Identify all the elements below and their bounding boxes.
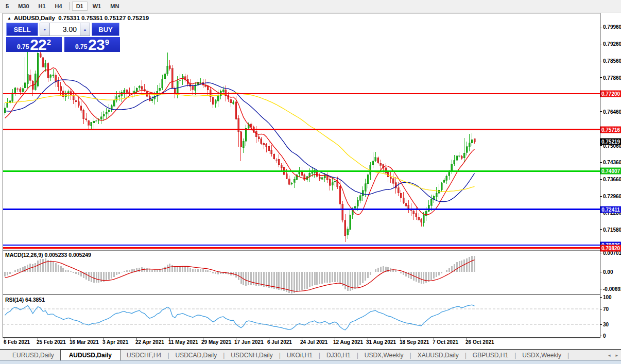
price-tick-label: 0.73660 xyxy=(603,177,621,182)
chart-window: ▲AUDUSD,Daily 0.75331 0.75351 0.75127 0.… xyxy=(0,13,621,349)
price-tick-label: 0.76460 xyxy=(603,109,621,115)
buy-button[interactable]: BUY xyxy=(92,23,119,36)
bid-price-display[interactable]: 0.75222 xyxy=(6,37,62,52)
date-tick-label: 31 Aug 2021 xyxy=(366,339,396,345)
price-tick-label: 0.71580 xyxy=(603,227,621,233)
price-level-badge: 0.70820 xyxy=(600,245,621,252)
date-tick-label: 3 Apr 2021 xyxy=(102,339,128,345)
timeframe-button-d1[interactable]: D1 xyxy=(72,2,88,11)
date-tick-label: 24 Jul 2021 xyxy=(300,339,327,345)
date-tick-label: 7 Oct 2021 xyxy=(433,339,458,345)
date-tick-label: 16 Mar 2021 xyxy=(70,339,99,345)
sell-button[interactable]: SELL xyxy=(6,23,38,36)
rsi-tick-label: 0 xyxy=(603,333,606,339)
ask-price-prefix: 0.75 xyxy=(75,43,87,51)
chart-tab-dj30-h1[interactable]: DJ30,H1 xyxy=(320,350,357,360)
volume-increase-button[interactable]: ▲ xyxy=(80,23,90,36)
price-tick-label: 0.74360 xyxy=(603,160,621,165)
price-level-badge: 0.75219 xyxy=(600,138,621,145)
timeframe-button-m30[interactable]: M30 xyxy=(14,2,33,11)
timeframe-toolbar: 5M30H1H4D1W1MN xyxy=(0,0,621,12)
chart-tab-audusd-daily[interactable]: AUDUSD,Daily xyxy=(60,350,120,360)
chart-ohlc-values: 0.75331 0.75351 0.75127 0.75219 xyxy=(58,15,149,21)
chart-tab-usdx-weekly[interactable]: USDX,Weekly xyxy=(358,350,410,360)
date-tick-label: 11 May 2021 xyxy=(168,339,198,345)
timeframe-button-w1[interactable]: W1 xyxy=(89,2,106,11)
price-tick-label: 0.72960 xyxy=(603,194,621,199)
date-tick-label: 29 May 2021 xyxy=(201,339,231,345)
chart-tab-bar: EURUSD,DailyAUDUSD,DailyUSDCHF,H4|USDCAD… xyxy=(0,349,621,360)
bid-price-pipette: 2 xyxy=(47,38,51,46)
date-tick-label: 25 Feb 2021 xyxy=(37,339,66,345)
rsi-tick-label: 30 xyxy=(603,322,609,327)
macd-tick-label: -0.00692 xyxy=(603,286,621,292)
ask-price-big: 23 xyxy=(88,38,104,51)
macd-indicator-label: MACD(12,26,9) 0.005233 0.005249 xyxy=(5,252,91,258)
date-tick-label: 18 Sep 2021 xyxy=(400,339,429,345)
rsi-indicator-label: RSI(14) 64.3851 xyxy=(5,297,45,303)
chart-tab-gbpusd-h1[interactable]: GBPUSD,H1 xyxy=(467,350,514,360)
bid-price-big: 22 xyxy=(30,38,46,51)
timeframe-button-h4[interactable]: H4 xyxy=(51,2,66,11)
one-click-trading-panel: SELL ▼ 3.00 ▲ BUY 0.75222 0.75239 xyxy=(6,23,120,52)
date-tick-label: 6 Feb 2021 xyxy=(4,339,30,345)
date-tick-label: 12 Aug 2021 xyxy=(333,339,363,345)
chart-tab-usdchf-h4[interactable]: USDCHF,H4 xyxy=(120,350,167,360)
date-tick-label: 26 Oct 2021 xyxy=(465,339,494,345)
timeframe-button-h1[interactable]: H1 xyxy=(34,2,50,11)
chart-title: ▲AUDUSD,Daily 0.75331 0.75351 0.75127 0.… xyxy=(7,15,149,21)
status-strip xyxy=(0,360,621,364)
timeframe-button-mn[interactable]: MN xyxy=(106,2,123,11)
collapse-triangle-icon[interactable]: ▲ xyxy=(7,16,11,21)
price-tick-label: 0.78560 xyxy=(603,58,621,64)
chart-tab-xauusd-daily[interactable]: XAUUSD,Daily xyxy=(411,350,465,360)
bid-price-prefix: 0.75 xyxy=(17,43,29,51)
volume-input[interactable]: 3.00 xyxy=(50,23,80,36)
price-tick-label: 0.79960 xyxy=(603,24,621,30)
rsi-tick-label: 70 xyxy=(603,306,609,312)
tab-separator: | xyxy=(567,350,569,360)
price-tick-label: 0.79260 xyxy=(603,41,621,47)
timeframe-button-5[interactable]: 5 xyxy=(2,2,13,11)
volume-decrease-button[interactable]: ▼ xyxy=(40,23,50,36)
date-tick-label: 6 Jul 2021 xyxy=(267,339,292,345)
metatrader-window: 5M30H1H4D1W1MN ▲AUDUSD,Daily 0.75331 0.7… xyxy=(0,0,621,364)
price-level-badge: 0.75716 xyxy=(600,127,621,133)
date-tick-label: 17 Jun 2021 xyxy=(234,339,264,345)
ask-price-pipette: 9 xyxy=(105,38,109,46)
price-level-badge: 0.77200 xyxy=(600,91,621,97)
chart-symbol-label: AUDUSD,Daily xyxy=(14,15,55,21)
tabs-scroll-left-icon[interactable]: ◂ xyxy=(608,353,611,358)
price-level-badge: 0.74007 xyxy=(600,168,621,175)
price-level-badge: 0.72411 xyxy=(600,206,621,213)
chart-tab-usdcad-daily[interactable]: USDCAD,Daily xyxy=(169,350,223,360)
macd-tick-label: 0.00 xyxy=(603,269,613,275)
tabs-scroll-right-icon[interactable]: ▸ xyxy=(615,353,618,358)
date-tick-label: 22 Apr 2021 xyxy=(135,339,164,345)
chart-tab-eurusd-daily[interactable]: EURUSD,Daily xyxy=(6,350,60,360)
ask-price-display[interactable]: 0.75239 xyxy=(64,37,120,52)
chart-tab-ukoil-h1[interactable]: UKOil,H1 xyxy=(281,350,319,360)
rsi-tick-label: 100 xyxy=(603,294,612,300)
chart-tab-usdcnh-daily[interactable]: USDCNH,Daily xyxy=(225,350,279,360)
price-chart-canvas[interactable] xyxy=(3,13,621,349)
chart-tab-usdx-weekly[interactable]: USDX,Weekly xyxy=(516,350,567,360)
price-tick-label: 0.77860 xyxy=(603,75,621,81)
